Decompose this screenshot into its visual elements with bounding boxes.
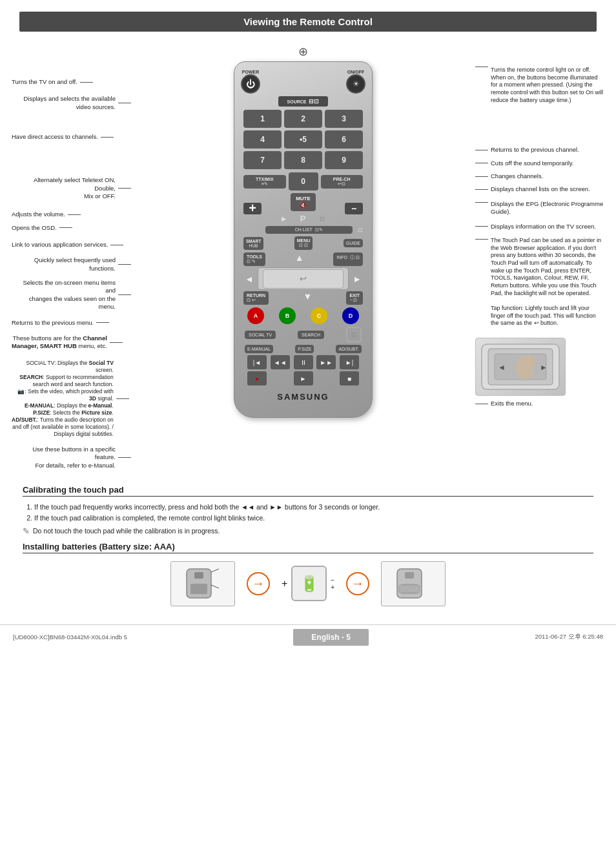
remote-body: POWER ⏻ ON/OFF ☀ SOURCE ⊟⊡: [234, 61, 373, 418]
return-button[interactable]: RETURN ⊡ ↩: [243, 291, 269, 305]
color-btns-row: A B C D: [247, 307, 359, 324]
color-btn-d[interactable]: D: [342, 307, 359, 324]
btn-2[interactable]: 2: [284, 110, 322, 128]
touchpad-icon[interactable]: ⊡: [346, 327, 362, 342]
p-icon: ⊡: [320, 216, 325, 222]
stop-button[interactable]: ■: [340, 371, 359, 385]
color-btn-c[interactable]: C: [311, 307, 327, 324]
color-btn-a[interactable]: A: [247, 307, 264, 324]
arrow-right-2: →: [346, 572, 369, 595]
left-label-osd: Opens the OSD.: [12, 224, 131, 232]
remote-closed-svg: [391, 566, 436, 601]
battery-remote-2: [381, 561, 446, 606]
battery-row: → + 🔋 − + →: [23, 561, 593, 606]
left-label-channel-mgr: These buttons are for the ChannelManager…: [12, 334, 131, 351]
calibrating-steps: If the touch pad frequently works incorr…: [23, 502, 593, 524]
menu-button[interactable]: MENU ⊡ ⊡: [294, 236, 313, 250]
mute-section: MUTE 🔇 ▶ P ⊡: [282, 193, 325, 223]
plus-symbol: +: [282, 578, 287, 590]
svg-rect-11: [194, 572, 203, 579]
svg-rect-10: [190, 584, 207, 594]
btn-0[interactable]: 0: [289, 172, 318, 190]
page-footer: [UD8000-XC]BN68-03442M-X0L04.indb 5 Engl…: [0, 624, 616, 650]
power-section: POWER ⏻: [241, 70, 260, 94]
power-label: POWER: [241, 70, 260, 74]
power-button[interactable]: ⏻: [241, 74, 260, 94]
left-label-power: Turns the TV on and off.: [12, 78, 131, 86]
vol-minus-button[interactable]: −: [345, 203, 363, 214]
exit-button[interactable]: EXIT − ⊡: [346, 291, 363, 305]
nav-right-button[interactable]: ►: [353, 274, 362, 284]
samsung-logo: SAMSUNG: [241, 392, 365, 402]
ttx-button[interactable]: TTX/MIX ≡✎: [243, 175, 286, 189]
num-pad: 1 2 3 4 •5 6 7 8 9: [243, 110, 363, 169]
mute-button[interactable]: MUTE 🔇: [291, 193, 316, 211]
btn-7[interactable]: 7: [243, 151, 282, 169]
record-button[interactable]: ●: [247, 371, 267, 385]
right-label-guide: Displays the EPG (Electronic Programme G…: [475, 200, 604, 216]
search-button[interactable]: SEARCH: [298, 331, 324, 339]
vol-ch-area: + MUTE 🔇 ▶ P ⊡ −: [243, 193, 363, 223]
svg-line-13: [211, 585, 219, 588]
smart-hub-button[interactable]: SMART HUB: [243, 237, 263, 250]
adsubt-button[interactable]: AD/SUBT.: [336, 345, 362, 353]
right-label-onoff: Turns the remote control light on or off…: [475, 67, 604, 104]
return-exit-row: RETURN ⊡ ↩ ▼ EXIT − ⊡: [243, 291, 363, 305]
footer-file-info: [UD8000-XC]BN68-03442M-X0L04.indb 5: [13, 633, 127, 641]
p-row: ▶ P ⊡: [282, 214, 325, 223]
compass-icon: ⊕: [298, 45, 308, 59]
pause-button[interactable]: ⏸: [294, 355, 313, 369]
ff-button[interactable]: ►►: [316, 355, 336, 369]
left-label-social: SOCIAL TV: Displays the Social TVscreen.…: [12, 360, 131, 438]
info-button[interactable]: INFO ⓘ ⊡: [333, 252, 363, 266]
nav-down-button[interactable]: ▼: [303, 291, 312, 305]
skip-fwd-button[interactable]: ►|: [340, 355, 359, 369]
psize-button[interactable]: P.SIZE: [295, 345, 314, 353]
tools-button[interactable]: TOOLS ⊡ ✎: [243, 252, 265, 266]
color-btn-b[interactable]: B: [279, 307, 296, 324]
nav-left-button[interactable]: ◄: [245, 274, 254, 284]
ttx-prech-row: TTX/MIX ≡✎ 0 PRE-CH ↩⊡: [243, 172, 363, 190]
source-button[interactable]: SOURCE ⊟⊡: [278, 96, 329, 107]
battery-icon: 🔋: [291, 566, 327, 601]
prech-button[interactable]: PRE-CH ↩⊡: [321, 175, 364, 189]
page-wrapper: Viewing the Remote Control Turns the TV …: [0, 12, 616, 650]
source-label: SOURCE: [287, 99, 307, 104]
onoff-button[interactable]: ☀: [346, 74, 365, 94]
right-label-exit: Exits the menu.: [475, 400, 604, 407]
remote-open-svg: [180, 566, 225, 601]
touchpad-illustration: ◄ ►: [478, 341, 562, 393]
touchpad-button[interactable]: ↩: [258, 267, 349, 290]
rew-button[interactable]: ◄◄: [271, 355, 290, 369]
btn-9[interactable]: 9: [325, 151, 363, 169]
svg-point-5: [532, 356, 537, 367]
btn-4[interactable]: 4: [243, 130, 282, 149]
page-header: Viewing the Remote Control: [19, 12, 597, 32]
left-label-tools: Quickly select frequently used functions…: [12, 256, 131, 272]
btn-1[interactable]: 1: [243, 110, 282, 128]
btn-5[interactable]: •5: [284, 130, 322, 149]
emanual-row: E-MANUAL P.SIZE AD/SUBT.: [245, 345, 362, 353]
source-row: SOURCE ⊟⊡: [241, 96, 365, 107]
svg-text:►: ►: [540, 363, 548, 372]
left-label-special: Use these buttons in a specific feature.…: [12, 446, 131, 469]
note-icon: ✎: [23, 527, 30, 535]
media-row-2: ● ► ■: [247, 371, 359, 385]
calibrating-step-1: If the touch pad frequently works incorr…: [34, 502, 593, 513]
nav-lr-row: ◄ ↩ ►: [245, 267, 362, 290]
guide-button[interactable]: GUIDE: [344, 239, 363, 247]
minus-symbol: − +: [331, 577, 334, 591]
tools-info-row: TOOLS ⊡ ✎ ▲ INFO ⓘ ⊡: [243, 252, 363, 266]
vol-plus-button[interactable]: +: [243, 203, 262, 214]
play-button[interactable]: ►: [294, 371, 313, 385]
btn-3[interactable]: 3: [325, 110, 363, 128]
btn-8[interactable]: 8: [284, 151, 322, 169]
skip-back-button[interactable]: |◄: [247, 355, 267, 369]
nav-up-button[interactable]: ▲: [295, 252, 304, 266]
p-label: P: [300, 214, 306, 223]
social-tv-button[interactable]: SOCIAL TV: [245, 331, 276, 339]
svg-rect-17: [399, 585, 420, 593]
emanual-button[interactable]: E-MANUAL: [245, 345, 273, 353]
chlist-button[interactable]: CH LIST ⊡✎: [265, 226, 353, 234]
btn-6[interactable]: 6: [325, 130, 363, 149]
